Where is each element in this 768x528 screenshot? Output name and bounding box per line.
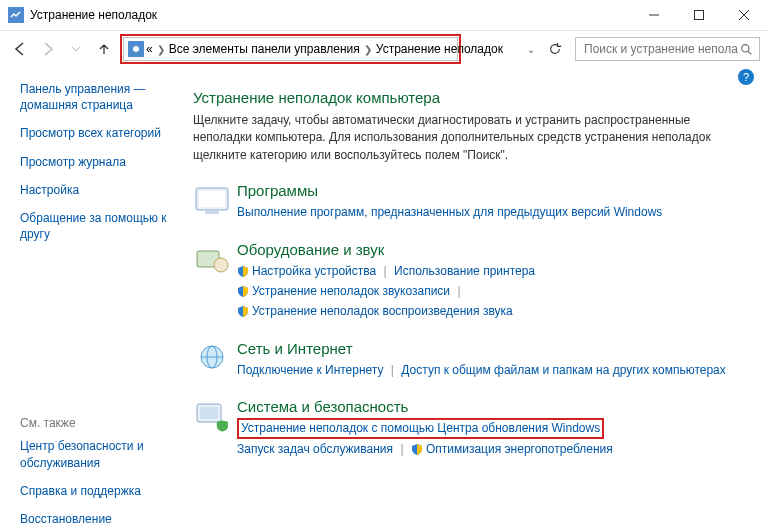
sidebar-link-recovery[interactable]: Восстановление (20, 511, 177, 527)
link-internet[interactable]: Подключение к Интернету (237, 363, 384, 377)
breadcrumb-highlight: « ❯ Все элементы панели управления ❯ Уст… (120, 34, 461, 64)
link-audio-record[interactable]: Устранение неполадок звукозаписи (252, 284, 450, 298)
sidebar-link-home[interactable]: Панель управления — домашняя страница (20, 81, 177, 113)
breadcrumb-item[interactable]: Все элементы панели управления (169, 42, 360, 56)
dropdown-icon[interactable]: ⌄ (527, 44, 535, 55)
search-input[interactable] (582, 41, 740, 57)
minimize-button[interactable] (631, 0, 676, 30)
link-compat-programs[interactable]: Выполнение программ, предназначенных для… (237, 205, 662, 219)
titlebar: Устранение неполадок (0, 0, 768, 31)
up-button[interactable] (92, 37, 116, 61)
windows-update-highlight: Устранение неполадок с помощью Центра об… (237, 418, 604, 439)
svg-point-6 (133, 46, 139, 52)
category-title[interactable]: Оборудование и звук (237, 241, 535, 258)
category-system: Система и безопасность Устранение непола… (193, 398, 754, 459)
breadcrumb-prefix: « (146, 42, 153, 56)
hardware-icon (193, 241, 231, 279)
sidebar-link-settings[interactable]: Настройка (20, 182, 177, 198)
svg-rect-2 (694, 11, 703, 20)
svg-line-8 (748, 51, 751, 54)
link-shared-files[interactable]: Доступ к общим файлам и папкам на других… (401, 363, 725, 377)
link-maintenance[interactable]: Запуск задач обслуживания (237, 442, 393, 456)
search-icon[interactable] (740, 43, 753, 56)
svg-rect-10 (199, 191, 225, 207)
refresh-button[interactable] (543, 37, 567, 61)
address-bar[interactable]: « ❯ Все элементы панели управления ❯ Уст… (123, 37, 458, 61)
shield-icon (237, 265, 249, 277)
sidebar-link-all-categories[interactable]: Просмотр всех категорий (20, 125, 177, 141)
svg-rect-11 (205, 210, 219, 214)
category-title[interactable]: Сеть и Интернет (237, 340, 726, 357)
breadcrumb-item[interactable]: Устранение неполадок (376, 42, 503, 56)
main-content: ? Устранение неполадок компьютера Щелкни… (185, 67, 768, 528)
chevron-right-icon: ❯ (153, 44, 169, 55)
sidebar-link-history[interactable]: Просмотр журнала (20, 154, 177, 170)
sidebar-link-help[interactable]: Справка и поддержка (20, 483, 177, 499)
category-hardware: Оборудование и звук Настройка устройства… (193, 241, 754, 322)
system-icon (193, 398, 231, 436)
nav-row: « ❯ Все элементы панели управления ❯ Уст… (0, 31, 768, 67)
svg-rect-18 (200, 407, 218, 419)
shield-icon (411, 443, 423, 455)
sidebar-link-remote-help[interactable]: Обращение за помощью к другу (20, 210, 177, 242)
svg-point-7 (742, 44, 749, 51)
programs-icon (193, 182, 231, 220)
link-power[interactable]: Оптимизация энергопотребления (426, 442, 613, 456)
app-icon (8, 7, 24, 23)
maximize-button[interactable] (676, 0, 721, 30)
history-dropdown[interactable] (64, 37, 88, 61)
shield-icon (237, 285, 249, 297)
link-printer[interactable]: Использование принтера (394, 264, 535, 278)
back-button[interactable] (8, 37, 32, 61)
category-programs: Программы Выполнение программ, предназна… (193, 182, 754, 222)
sidebar-link-security-center[interactable]: Центр безопасности и обслуживания (20, 438, 177, 470)
link-device-setup[interactable]: Настройка устройства (252, 264, 376, 278)
chevron-right-icon: ❯ (360, 44, 376, 55)
forward-button[interactable] (36, 37, 60, 61)
network-icon (193, 340, 231, 378)
category-network: Сеть и Интернет Подключение к Интернету … (193, 340, 754, 380)
search-box[interactable] (575, 37, 760, 61)
link-windows-update[interactable]: Устранение неполадок с помощью Центра об… (241, 421, 600, 435)
link-audio-play[interactable]: Устранение неполадок воспроизведения зву… (252, 304, 513, 318)
troubleshoot-icon (128, 41, 144, 57)
category-title[interactable]: Программы (237, 182, 662, 199)
category-title[interactable]: Система и безопасность (237, 398, 613, 415)
sidebar: Панель управления — домашняя страница Пр… (0, 67, 185, 528)
page-description: Щелкните задачу, чтобы автоматически диа… (193, 112, 743, 164)
shield-icon (237, 305, 249, 317)
window-title: Устранение неполадок (30, 8, 631, 22)
see-also-label: См. также (20, 416, 177, 430)
address-bar-wrap: « ❯ Все элементы панели управления ❯ Уст… (120, 34, 760, 64)
page-title: Устранение неполадок компьютера (193, 89, 754, 106)
svg-point-13 (214, 258, 228, 272)
close-button[interactable] (721, 0, 766, 30)
help-icon[interactable]: ? (738, 69, 754, 85)
